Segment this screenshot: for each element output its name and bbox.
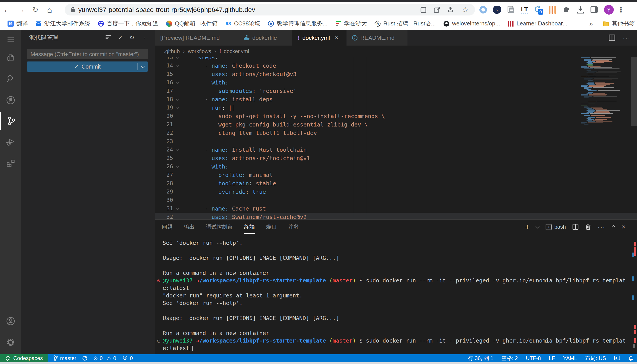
bookmark-item[interactable]: weloveinterns/op... [443,20,500,27]
language-mode[interactable]: YAML [563,355,577,361]
fold-chevron-icon[interactable] [176,106,179,109]
bookmark-item[interactable]: 教学管理信息服务... [268,20,328,28]
fold-chevron-icon[interactable] [176,64,179,67]
feedback-icon[interactable] [614,356,620,361]
refresh-icon[interactable]: ↻ [28,6,43,14]
extension-shield-icon[interactable]: › [493,6,501,14]
bookmark-item[interactable]: 学在浙大 [335,20,367,28]
breadcrumb[interactable]: .github › workflows › ! docker.yml [155,46,637,57]
breadcrumb-file[interactable]: docker.yml [224,48,249,54]
keyboard-layout[interactable]: 布局: US [585,355,606,362]
settings-gear-icon[interactable] [0,334,21,351]
code-line[interactable]: 29 override: true [155,188,637,196]
other-bookmarks-button[interactable]: 其他书签 [603,20,635,28]
code-line[interactable]: 15 uses: actions/checkout@v3 [155,70,637,78]
fold-chevron-icon[interactable] [176,206,179,210]
minimap[interactable] [579,56,630,130]
bookmark-item[interactable]: QQ邮箱 - 收件箱 [166,20,218,28]
tab-preview-readme[interactable]: [Preview] README.md [155,30,238,46]
forward-icon[interactable]: → [14,5,28,14]
sidebar-item-extensions[interactable] [0,154,21,172]
sidebar-toggle-icon[interactable] [590,6,598,14]
extension-sync-icon[interactable]: 0 [534,5,542,14]
cursor-position[interactable]: 行 36, 列 1 [468,355,493,362]
terminal-dropdown-icon[interactable] [536,224,540,228]
fold-chevron-icon[interactable] [176,148,179,151]
kill-terminal-trash-icon[interactable] [585,224,591,230]
code-line[interactable]: 24 - name: Install Rust toolchain [155,146,637,154]
tab-readme[interactable]: README.md [347,30,408,46]
fold-chevron-icon[interactable] [176,164,179,168]
split-terminal-icon[interactable] [572,224,578,230]
editor-scrollbar-thumb[interactable] [631,57,637,126]
panel-tab-调试控制台[interactable]: 调试控制台 [206,220,233,234]
sidebar-item-source-control[interactable] [0,112,22,130]
more-actions-icon[interactable]: ··· [141,34,149,41]
breadcrumb-workflows[interactable]: workflows [188,48,211,54]
new-terminal-icon[interactable]: + [525,223,530,231]
extension-languagetool-icon[interactable]: LT [521,6,528,14]
bookmark-item[interactable]: Learner Dashboar... [507,20,567,27]
terminal-output[interactable]: See 'docker run --help'.Usage: docker ru… [155,234,637,354]
back-icon[interactable]: ← [0,5,14,14]
address-bar[interactable]: yunwei37-potential-space-trout-rpr5qwj66… [65,4,475,16]
tab-docker-yml[interactable]: ! docker.yml × [292,30,347,46]
code-line[interactable]: 30 [155,196,637,204]
extension-library-icon[interactable] [549,6,556,14]
sidebar-item-explorer[interactable] [0,49,21,66]
tab-dockerfile[interactable]: dockerfile [238,30,292,46]
commit-button[interactable]: ✓ Commit [27,62,148,72]
panel-tab-端口[interactable]: 端口 [266,220,277,234]
fold-chevron-icon[interactable] [176,80,179,84]
indentation-setting[interactable]: 空格: 2 [501,355,518,362]
ports-indicator[interactable]: 0 [122,355,133,361]
refresh-icon[interactable]: ↻ [130,34,134,41]
downloads-icon[interactable] [576,6,584,14]
code-line[interactable]: 20 sudo apt-get install -y --no-install-… [155,112,637,120]
extension-donut-icon[interactable] [479,6,487,14]
bookmark-item[interactable]: 译翻译 [8,20,28,28]
split-editor-icon[interactable] [609,34,615,41]
browser-profile-avatar[interactable]: Y [604,5,614,14]
remote-indicator[interactable]: Codespaces [0,354,48,362]
extension-notes-icon[interactable] [507,6,515,14]
code-line[interactable]: 31 - name: Cache rust [155,204,637,213]
code-line[interactable]: 13 steps: [155,57,637,62]
close-panel-icon[interactable]: × [621,223,625,231]
code-line[interactable]: 18 - name: install deps [155,95,637,104]
fold-chevron-icon[interactable] [176,57,179,58]
breadcrumb-github[interactable]: .github [164,48,180,54]
panel-more-actions-icon[interactable]: ··· [598,224,605,230]
panel-tab-问题[interactable]: 问题 [162,220,172,234]
share-icon[interactable] [448,7,454,13]
commit-dropdown-button[interactable] [137,63,148,70]
bookmark-item[interactable]: 百度一下，你就知道 [98,20,158,28]
eol-setting[interactable]: LF [549,355,555,361]
maximize-panel-icon[interactable] [611,225,615,229]
encoding-setting[interactable]: UTF-8 [526,355,541,361]
branch-indicator[interactable]: master [53,355,76,361]
open-in-new-icon[interactable] [434,7,440,13]
code-line[interactable]: 28 toolchain: stable [155,179,637,188]
bookmark-item[interactable]: 98CC98论坛 [225,20,260,28]
sidebar-item-github[interactable] [0,91,21,109]
terminal-shell-item[interactable]: › bash [546,224,566,230]
code-line[interactable]: 17 submodules: 'recursive' [155,87,637,95]
code-line[interactable]: 14 - name: Checkout code [155,62,637,70]
bookmarks-overflow-icon[interactable]: » [589,20,593,28]
view-sort-icon[interactable] [105,35,111,40]
panel-tab-输出[interactable]: 输出 [184,220,195,234]
commit-message-input[interactable]: Message (Ctrl+Enter to commit on "master… [27,49,148,59]
sidebar-item-run-debug[interactable] [0,133,21,151]
bookmark-star-icon[interactable]: ☆ [462,6,469,13]
panel-tab-终端[interactable]: 终端 [244,220,255,234]
code-line[interactable]: 32 uses: Swatinem/rust-cache@v2 [155,213,637,219]
panel-tab-注释[interactable]: 注释 [288,220,299,234]
clipboard-icon[interactable] [421,6,426,13]
code-line[interactable]: 26 with: [155,162,637,171]
extensions-puzzle-icon[interactable] [562,6,570,14]
editor-more-actions-icon[interactable]: ··· [623,34,630,41]
tab-close-icon[interactable]: × [335,34,339,41]
commit-check-icon[interactable]: ✓ [118,34,123,41]
code-line[interactable]: 25 uses: actions-rs/toolchain@v1 [155,154,637,162]
